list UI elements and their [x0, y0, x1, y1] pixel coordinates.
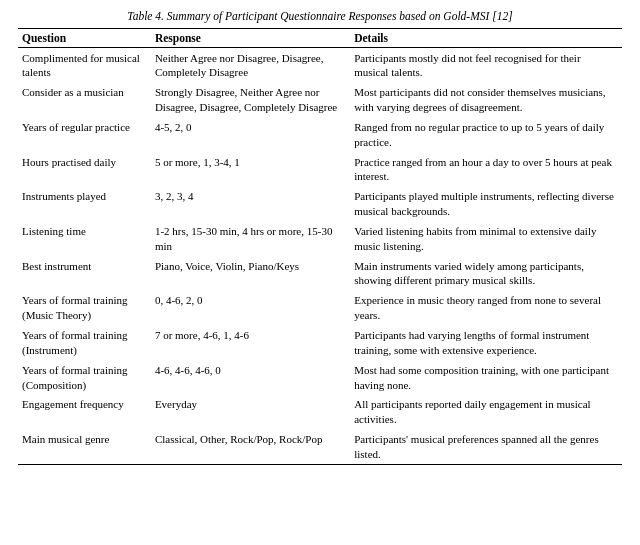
cell-question: Best instrument	[18, 256, 151, 291]
cell-details: Varied listening habits from minimal to …	[350, 221, 622, 256]
col-header-question: Question	[18, 29, 151, 48]
table-row: Best instrumentPiano, Voice, Violin, Pia…	[18, 256, 622, 291]
table-title: Table 4. Summary of Participant Question…	[18, 10, 622, 22]
cell-question: Years of formal training (Composition)	[18, 360, 151, 395]
cell-details: Ranged from no regular practice to up to…	[350, 117, 622, 152]
col-header-details: Details	[350, 29, 622, 48]
cell-response: Piano, Voice, Violin, Piano/Keys	[151, 256, 350, 291]
cell-details: All participants reported daily engageme…	[350, 395, 622, 430]
cell-details: Most participants did not consider thems…	[350, 83, 622, 118]
table-row: Years of regular practice4-5, 2, 0Ranged…	[18, 117, 622, 152]
cell-question: Listening time	[18, 221, 151, 256]
cell-response: 1-2 hrs, 15-30 min, 4 hrs or more, 15-30…	[151, 221, 350, 256]
table-row: Consider as a musicianStrongly Disagree,…	[18, 83, 622, 118]
cell-details: Participants' musical preferences spanne…	[350, 430, 622, 465]
table-header-row: Question Response Details	[18, 29, 622, 48]
cell-response: 0, 4-6, 2, 0	[151, 291, 350, 326]
cell-response: Neither Agree nor Disagree, Disagree, Co…	[151, 48, 350, 83]
cell-details: Participants played multiple instruments…	[350, 187, 622, 222]
cell-question: Years of regular practice	[18, 117, 151, 152]
cell-details: Practice ranged from an hour a day to ov…	[350, 152, 622, 187]
cell-response: 4-5, 2, 0	[151, 117, 350, 152]
table-row: Years of formal training (Composition)4-…	[18, 360, 622, 395]
cell-question: Years of formal training (Instrument)	[18, 326, 151, 361]
table-row: Complimented for musical talentsNeither …	[18, 48, 622, 83]
cell-question: Hours practised daily	[18, 152, 151, 187]
table-row: Instruments played3, 2, 3, 4Participants…	[18, 187, 622, 222]
table-row: Main musical genreClassical, Other, Rock…	[18, 430, 622, 465]
cell-details: Participants mostly did not feel recogni…	[350, 48, 622, 83]
table-row: Hours practised daily5 or more, 1, 3-4, …	[18, 152, 622, 187]
cell-response: 3, 2, 3, 4	[151, 187, 350, 222]
cell-response: Classical, Other, Rock/Pop, Rock/Pop	[151, 430, 350, 465]
cell-question: Main musical genre	[18, 430, 151, 465]
cell-details: Main instruments varied widely among par…	[350, 256, 622, 291]
table-row: Listening time1-2 hrs, 15-30 min, 4 hrs …	[18, 221, 622, 256]
summary-table: Question Response Details Complimented f…	[18, 28, 622, 465]
cell-response: 4-6, 4-6, 4-6, 0	[151, 360, 350, 395]
cell-question: Years of formal training (Music Theory)	[18, 291, 151, 326]
cell-question: Engagement frequency	[18, 395, 151, 430]
cell-response: Everyday	[151, 395, 350, 430]
cell-question: Complimented for musical talents	[18, 48, 151, 83]
cell-question: Consider as a musician	[18, 83, 151, 118]
cell-details: Most had some composition training, with…	[350, 360, 622, 395]
cell-details: Participants had varying lengths of form…	[350, 326, 622, 361]
cell-response: 5 or more, 1, 3-4, 1	[151, 152, 350, 187]
table-row: Engagement frequencyEverydayAll particip…	[18, 395, 622, 430]
cell-response: 7 or more, 4-6, 1, 4-6	[151, 326, 350, 361]
cell-response: Strongly Disagree, Neither Agree nor Dis…	[151, 83, 350, 118]
cell-question: Instruments played	[18, 187, 151, 222]
cell-details: Experience in music theory ranged from n…	[350, 291, 622, 326]
table-row: Years of formal training (Music Theory)0…	[18, 291, 622, 326]
table-row: Years of formal training (Instrument)7 o…	[18, 326, 622, 361]
col-header-response: Response	[151, 29, 350, 48]
